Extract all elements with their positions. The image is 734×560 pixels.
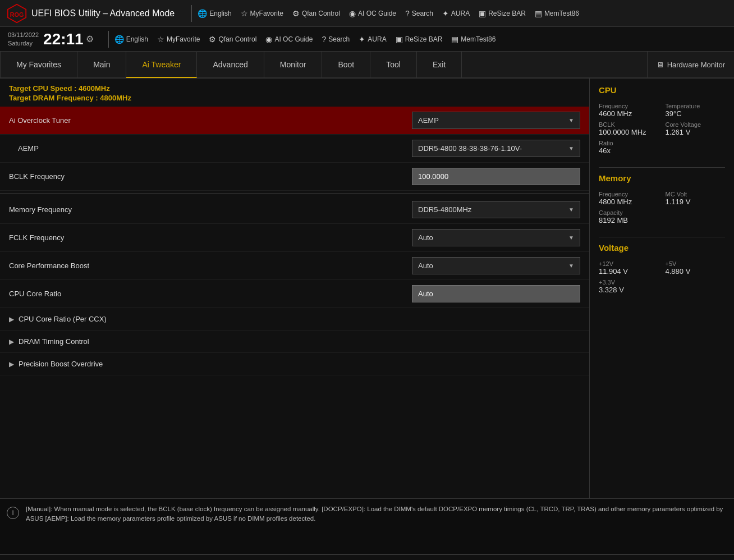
mem-mc-volt-label: MC Volt: [666, 191, 726, 198]
svg-text:ROG: ROG: [10, 11, 24, 17]
fclk-dropdown[interactable]: Auto ▼: [412, 229, 580, 246]
tab-main[interactable]: Main: [77, 52, 126, 77]
dt-aura[interactable]: ✦ AURA: [359, 35, 386, 44]
toolbar-english[interactable]: 🌐 English: [198, 9, 231, 18]
cpu-frequency-value: 4600 MHz: [599, 109, 659, 118]
memtest-icon: ▤: [535, 9, 542, 18]
tab-exit[interactable]: Exit: [417, 52, 462, 77]
memory-voltage-divider: [599, 237, 725, 237]
resize-bar-icon: ▣: [479, 9, 486, 18]
cpu-bclk-group: BCLK 100.0000 MHz: [599, 121, 659, 136]
cpu-core-ratio-input[interactable]: [412, 285, 580, 302]
memory-freq-arrow-icon: ▼: [568, 206, 574, 213]
mem-frequency-value: 4800 MHz: [599, 198, 659, 206]
setting-memory-frequency: Memory Frequency DDR5-4800MHz ▼: [0, 196, 589, 224]
bclk-control: [412, 168, 580, 185]
cpu-core-ratio-label: CPU Core Ratio: [9, 290, 412, 298]
memory-section-title: Memory: [599, 173, 725, 185]
ai-overclock-control: AEMP ▼: [412, 112, 580, 129]
dt-ai-oc-icon: ◉: [265, 35, 272, 44]
v33-value: 3.328 V: [599, 286, 659, 294]
dt-qfan[interactable]: ⚙ Qfan Control: [209, 35, 256, 44]
mem-capacity-group: Capacity 8192 MB: [599, 209, 659, 224]
aemp-control: DDR5-4800 38-38-38-76-1.10V- ▼: [412, 140, 580, 157]
toolbar-myfavorite[interactable]: ☆ MyFavorite: [241, 9, 283, 18]
mem-mc-volt-group: MC Volt 1.119 V: [666, 191, 726, 206]
dt-resize-bar[interactable]: ▣ ReSize BAR: [396, 35, 443, 44]
main-layout: Target CPU Speed : 4600MHz Target DRAM F…: [0, 79, 734, 498]
expandable-precision-boost[interactable]: ▶ Precision Boost Overdrive: [0, 353, 589, 375]
cpu-bclk-label: BCLK: [599, 121, 659, 128]
toolbar-aura[interactable]: ✦ AURA: [442, 9, 470, 18]
mem-capacity-label: Capacity: [599, 209, 659, 216]
mem-mc-volt-value: 1.119 V: [666, 198, 726, 206]
toolbar-ai-oc[interactable]: ◉ AI OC Guide: [349, 9, 396, 18]
dt-memtest[interactable]: ▤ MemTest86: [451, 35, 496, 44]
mem-frequency-group: Frequency 4800 MHz: [599, 191, 659, 206]
target-info: Target CPU Speed : 4600MHz Target DRAM F…: [0, 79, 589, 107]
toolbar-qfan[interactable]: ⚙ Qfan Control: [292, 9, 340, 18]
dt-search[interactable]: ? Search: [322, 35, 350, 44]
cpu-core-voltage-value: 1.261 V: [666, 128, 726, 136]
expandable-dram-timing-control[interactable]: ▶ DRAM Timing Control: [0, 331, 589, 353]
tab-boot[interactable]: Boot: [322, 52, 370, 77]
cpu-bclk-value: 100.0000 MHz: [599, 128, 659, 136]
settings-gear-icon[interactable]: ⚙: [86, 34, 94, 44]
dt-favorite-icon: ☆: [157, 35, 164, 44]
ai-overclock-dropdown[interactable]: AEMP ▼: [412, 112, 580, 129]
target-cpu-speed: Target CPU Speed : 4600MHz: [9, 84, 580, 93]
app-title: UEFI BIOS Utility – Advanced Mode: [31, 8, 175, 19]
bclk-input[interactable]: [412, 168, 580, 185]
precision-expand-arrow-icon: ▶: [9, 360, 14, 368]
fclk-label: FCLK Frequency: [9, 233, 412, 242]
core-boost-control: Auto ▼: [412, 257, 580, 274]
hardware-monitor-tab[interactable]: 🖥 Hardware Monitor: [647, 52, 734, 77]
dt-memtest-icon: ▤: [451, 35, 458, 44]
cpu-ratio-label: Ratio: [599, 140, 659, 146]
toolbar-search[interactable]: ? Search: [405, 9, 433, 18]
memory-stats-grid: Frequency 4800 MHz MC Volt 1.119 V Capac…: [599, 191, 725, 224]
fclk-arrow-icon: ▼: [568, 235, 574, 241]
fclk-control: Auto ▼: [412, 229, 580, 246]
voltage-section-title: Voltage: [599, 243, 725, 255]
datetime-toolbar: 🌐 English ☆ MyFavorite ⚙ Qfan Control ◉ …: [114, 35, 496, 44]
separator-1: [0, 193, 589, 194]
hardware-monitor-panel: CPU Frequency 4600 MHz Temperature 39°C …: [589, 79, 734, 498]
tab-monitor[interactable]: Monitor: [264, 52, 323, 77]
expandable-cpu-core-ratio-per-ccx[interactable]: ▶ CPU Core Ratio (Per CCX): [0, 308, 589, 331]
aemp-dropdown[interactable]: DDR5-4800 38-38-38-76-1.10V- ▼: [412, 140, 580, 157]
core-boost-dropdown[interactable]: Auto ▼: [412, 257, 580, 274]
ai-overclock-label: Ai Overclock Tuner: [9, 116, 412, 125]
v33-label: +3.3V: [599, 279, 659, 286]
tab-advanced[interactable]: Advanced: [197, 52, 264, 77]
cpu-temperature-group: Temperature 39°C: [666, 103, 726, 118]
tab-my-favorites[interactable]: My Favorites: [0, 52, 77, 77]
cpu-stats-grid: Frequency 4600 MHz Temperature 39°C BCLK…: [599, 103, 725, 155]
memory-freq-dropdown[interactable]: DDR5-4800MHz ▼: [412, 201, 580, 218]
dt-ai-oc[interactable]: ◉ AI OC Guide: [265, 35, 313, 44]
tab-tool[interactable]: Tool: [370, 52, 417, 77]
main-content: Target CPU Speed : 4600MHz Target DRAM F…: [0, 79, 589, 498]
cpu-temperature-value: 39°C: [666, 109, 726, 118]
bottom-bar: Version 2.22.1284 Copyright (C) 2022 AMI…: [0, 554, 734, 560]
dt-myfavorite[interactable]: ☆ MyFavorite: [157, 35, 200, 44]
toolbar-resize-bar[interactable]: ▣ ReSize BAR: [479, 9, 526, 18]
cpu-frequency-label: Frequency: [599, 103, 659, 109]
nav-tabs-bar: My Favorites Main Ai Tweaker Advanced Mo…: [0, 52, 734, 79]
header-bar: ROG UEFI BIOS Utility – Advanced Mode 🌐 …: [0, 0, 734, 27]
precision-boost-label: Precision Boost Overdrive: [19, 360, 103, 368]
memory-freq-control: DDR5-4800MHz ▼: [412, 201, 580, 218]
datetime-divider: [108, 31, 109, 48]
toolbar: 🌐 English ☆ MyFavorite ⚙ Qfan Control ◉ …: [198, 9, 579, 18]
dt-english[interactable]: 🌐 English: [114, 35, 148, 44]
rog-logo-icon: ROG: [7, 3, 27, 24]
cpu-section-title: CPU: [599, 85, 725, 97]
setting-ai-overclock-tuner: Ai Overclock Tuner AEMP ▼: [0, 107, 589, 135]
setting-cpu-core-ratio: CPU Core Ratio: [0, 280, 589, 308]
v12-group: +12V 11.904 V: [599, 260, 659, 276]
v12-label: +12V: [599, 260, 659, 267]
info-icon: i: [7, 507, 19, 519]
toolbar-memtest[interactable]: ▤ MemTest86: [535, 9, 579, 18]
time-display: 22:11: [43, 30, 84, 48]
tab-ai-tweaker[interactable]: Ai Tweaker: [126, 52, 197, 78]
